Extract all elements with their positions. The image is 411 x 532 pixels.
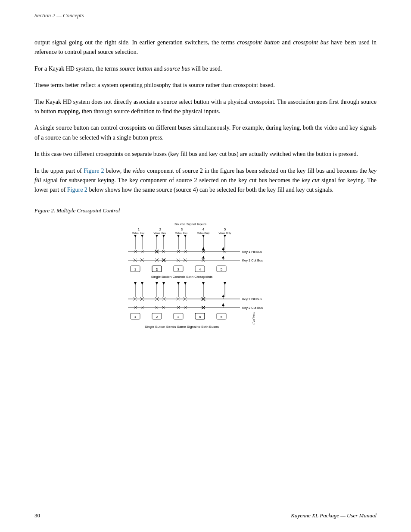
svg-text:4: 4 <box>202 227 205 231</box>
main-content: output signal going out the right side. … <box>34 38 377 404</box>
paragraph-7: In the upper part of Figure 2 below, the… <box>34 166 377 195</box>
svg-marker-93 <box>156 282 158 285</box>
svg-marker-120 <box>222 303 224 306</box>
svg-text:3: 3 <box>181 227 183 231</box>
svg-marker-25 <box>162 235 165 237</box>
svg-marker-67 <box>222 256 224 258</box>
svg-text:Video Only: Video Only <box>218 232 231 234</box>
svg-marker-69 <box>202 247 205 250</box>
svg-text:Key 1 Cut Bus: Key 1 Cut Bus <box>242 258 263 262</box>
page-footer: 30 Kayenne XL Package — User Manual <box>34 512 377 519</box>
svg-text:Video: Video <box>132 232 139 234</box>
page-header: Section 2 — Concepts <box>34 12 84 19</box>
svg-text:2: 2 <box>156 315 158 319</box>
svg-marker-91 <box>134 282 137 285</box>
figure-caption: Figure 2. Multiple Crosspoint Control <box>34 207 377 214</box>
svg-text:Source Signal Inputs: Source Signal Inputs <box>174 222 206 226</box>
svg-marker-22 <box>134 235 137 237</box>
svg-text:5: 5 <box>221 315 223 319</box>
svg-text:Video: Video <box>153 232 160 234</box>
figure-diagram: Source Signal Inputs 1 2 3 4 5 Video Key… <box>34 219 377 404</box>
header-text: Section 2 — Concepts <box>34 12 84 19</box>
svg-marker-71 <box>202 256 205 258</box>
svg-text:Key: Key <box>183 232 187 234</box>
svg-marker-28 <box>202 235 205 237</box>
paragraph-5: A single source button can control cross… <box>34 123 377 143</box>
page-number: 30 <box>34 512 40 519</box>
svg-text:2: 2 <box>159 227 162 231</box>
svg-marker-24 <box>156 235 158 237</box>
svg-text:1: 1 <box>138 227 140 231</box>
svg-marker-65 <box>222 247 224 250</box>
figure2-link-1[interactable]: Figure 2 <box>84 168 104 174</box>
svg-text:Key: Key <box>162 232 166 234</box>
figure-section: Figure 2. Multiple Crosspoint Control So… <box>34 207 377 404</box>
svg-text:4: 4 <box>199 315 201 319</box>
svg-text:Key 2 Fill Bus: Key 2 Fill Bus <box>242 297 262 301</box>
svg-marker-95 <box>177 282 180 285</box>
manual-title: Kayenne XL Package — User Manual <box>291 512 377 519</box>
svg-marker-23 <box>141 235 143 237</box>
svg-marker-29 <box>224 235 226 237</box>
figure-svg: Source Signal Inputs 1 2 3 4 5 Video Key… <box>115 219 296 404</box>
svg-text:2: 2 <box>156 268 158 271</box>
svg-text:1: 1 <box>134 268 137 271</box>
svg-text:5: 5 <box>221 268 223 271</box>
svg-text:Single Button Sends Same Signa: Single Button Sends Same Signal to Both … <box>145 325 219 329</box>
figure2-link-2[interactable]: Figure 2 <box>67 187 87 193</box>
svg-text:Key 1 Fill Bus: Key 1 Fill Bus <box>242 250 262 254</box>
svg-text:5: 5 <box>224 227 226 231</box>
page: Section 2 — Concepts output signal going… <box>0 0 411 532</box>
svg-text:4: 4 <box>199 268 201 271</box>
paragraph-4: The Kayak HD system does not directly as… <box>34 97 377 117</box>
svg-text:Key: Key <box>140 232 144 234</box>
svg-text:3: 3 <box>177 315 180 319</box>
svg-marker-26 <box>177 235 180 237</box>
paragraph-6: In this case two different crosspoints o… <box>34 149 377 159</box>
svg-marker-94 <box>162 282 165 285</box>
svg-text:Video: Video <box>175 232 182 234</box>
svg-marker-27 <box>184 235 187 237</box>
svg-marker-118 <box>222 295 224 297</box>
svg-marker-97 <box>202 282 205 285</box>
svg-text:Key 2 Cut Bus: Key 2 Cut Bus <box>242 306 263 310</box>
svg-text:1: 1 <box>134 315 137 319</box>
paragraph-2: For a Kayak HD system, the terms source … <box>34 64 377 74</box>
svg-text:Video Only: Video Only <box>197 232 209 234</box>
svg-text:Single Button Controls Both Cr: Single Button Controls Both Crosspoints <box>151 275 213 279</box>
svg-text:8324_07_1: 8324_07_1 <box>252 312 255 325</box>
svg-marker-98 <box>224 282 226 285</box>
svg-marker-92 <box>141 282 143 285</box>
paragraph-3: These terms better reflect a system oper… <box>34 81 377 90</box>
svg-marker-96 <box>184 282 187 285</box>
paragraph-1: output signal going out the right side. … <box>34 38 377 57</box>
svg-text:3: 3 <box>177 268 180 271</box>
